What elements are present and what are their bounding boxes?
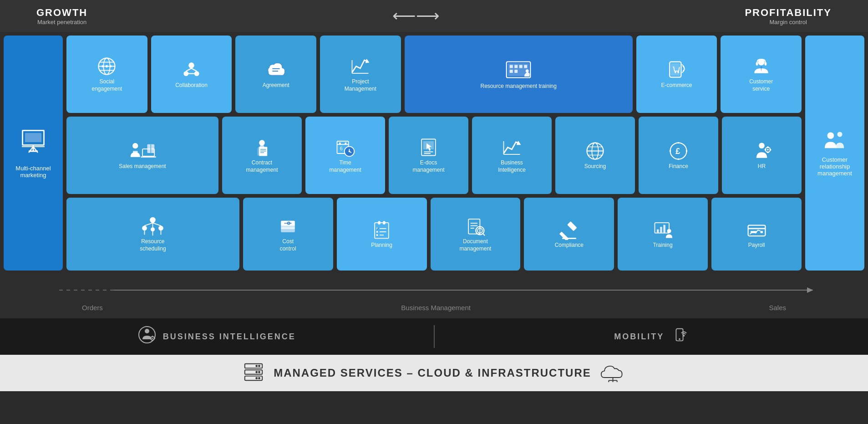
tile-e-docs-management[interactable]: E-docsmanagement	[389, 117, 468, 194]
multi-channel-marketing-panel[interactable]: Multi-channel marketing	[4, 36, 63, 271]
tile-social-engagement[interactable]: Socialengagement	[66, 36, 147, 113]
svg-point-80	[759, 143, 765, 148]
business-intelligence-icon	[502, 137, 522, 159]
sales-management-label: Sales management	[119, 163, 166, 170]
tile-payroll[interactable]: Payroll	[711, 198, 802, 271]
tile-project-management[interactable]: ProjectManagement	[320, 36, 401, 113]
time-management-icon: 6	[335, 137, 355, 159]
tile-sales-management[interactable]: Sales management	[66, 117, 218, 194]
crm-icon	[821, 129, 848, 156]
direction-arrow: ⟵⟶	[392, 6, 440, 26]
compliance-label: Compliance	[555, 242, 584, 249]
svg-rect-57	[345, 143, 347, 145]
svg-point-130	[827, 132, 834, 139]
resource-management-training-icon	[503, 58, 534, 83]
collaboration-label: Collaboration	[175, 82, 208, 89]
mobility-section: MOBILITY	[435, 327, 868, 346]
svg-point-16	[188, 62, 194, 68]
svg-rect-29	[514, 65, 518, 68]
multi-channel-label: Multi-channel marketing	[8, 165, 58, 179]
tile-finance[interactable]: £ Finance	[639, 117, 718, 194]
agreement-label: Agreement	[263, 82, 289, 89]
training-icon	[653, 220, 673, 242]
mobility-text: MOBILITY	[614, 332, 664, 342]
axis-orders-label: Orders	[82, 304, 103, 312]
svg-rect-137	[152, 340, 153, 341]
bottom-bar: BUSINESS INTELLIGENCE MOBILITY	[0, 318, 868, 355]
crm-label: Customer relationship management	[810, 156, 860, 177]
finance-label: Finance	[669, 163, 688, 170]
tile-time-management[interactable]: 6 Timemanagement	[305, 117, 385, 194]
svg-point-13	[106, 65, 108, 67]
svg-rect-40	[756, 62, 758, 65]
svg-point-141	[679, 338, 680, 340]
tile-customer-service[interactable]: Customerservice	[721, 36, 802, 113]
tile-collaboration[interactable]: Collaboration	[151, 36, 232, 113]
payroll-icon	[746, 220, 767, 242]
svg-point-95	[151, 227, 155, 231]
bi-text: BUSINESS INTELLIGENCE	[163, 332, 296, 342]
axis-business-management-label: Business Management	[401, 304, 471, 312]
svg-line-90	[145, 223, 153, 225]
svg-rect-124	[663, 225, 665, 232]
tile-compliance[interactable]: Compliance	[524, 198, 614, 271]
resource-management-training-label: Resource management training	[480, 83, 556, 90]
svg-point-77	[678, 158, 680, 160]
svg-rect-129	[760, 231, 762, 233]
svg-rect-83	[767, 146, 769, 148]
document-management-icon	[465, 216, 486, 238]
bi-icon	[138, 326, 156, 348]
tile-agreement[interactable]: Agreement	[235, 36, 316, 113]
e-commerce-icon	[666, 60, 687, 82]
bi-section: BUSINESS INTELLIGENCE	[0, 326, 434, 348]
sourcing-label: Sourcing	[584, 163, 606, 170]
growth-section: GROWTH Market penetration	[36, 7, 87, 26]
cloud-icon	[600, 362, 625, 384]
svg-rect-28	[510, 65, 513, 68]
svg-point-76	[678, 142, 680, 143]
svg-point-88	[142, 226, 147, 231]
tile-e-commerce[interactable]: E-commerce	[636, 36, 717, 113]
tile-planning[interactable]: Planning	[337, 198, 427, 271]
sourcing-icon	[585, 141, 605, 163]
hr-icon	[751, 141, 772, 163]
svg-point-48	[259, 140, 265, 146]
svg-point-87	[150, 217, 156, 223]
hr-label: HR	[758, 163, 766, 170]
tile-resource-scheduling[interactable]: Resourcescheduling	[66, 198, 239, 271]
tile-sourcing[interactable]: Sourcing	[555, 117, 635, 194]
footer-text: MANAGED SERVICES – CLOUD & INFRASTRUCTUR…	[274, 367, 591, 379]
svg-point-151	[256, 377, 258, 379]
social-engagement-label: Socialengagement	[91, 78, 122, 92]
tile-business-intelligence[interactable]: BusinessIntelligence	[472, 117, 552, 194]
tile-resource-management-training[interactable]: Resource management training	[405, 36, 633, 113]
collaboration-icon	[181, 60, 202, 82]
profitability-section: PROFITABILITY Margin control	[745, 7, 832, 26]
axis-labels: Orders Business Management Sales	[0, 301, 868, 316]
svg-line-117	[483, 234, 485, 236]
axis-sales-label: Sales	[769, 304, 786, 312]
svg-rect-32	[510, 70, 513, 73]
svg-rect-136	[152, 336, 153, 337]
compliance-icon	[559, 220, 579, 242]
svg-rect-56	[339, 143, 341, 145]
svg-point-79	[686, 150, 688, 152]
grid-row-3: Resourcescheduling Costcontrol	[66, 198, 802, 271]
svg-point-142	[683, 335, 685, 337]
crm-panel[interactable]: Customer relationship management	[805, 36, 864, 271]
tile-contract-management[interactable]: Contractmanagement	[222, 117, 302, 194]
tile-cost-control[interactable]: Costcontrol	[243, 198, 333, 271]
svg-point-42	[132, 143, 138, 148]
svg-rect-126	[748, 225, 765, 235]
finance-icon: £	[668, 141, 689, 163]
tile-document-management[interactable]: Documentmanagement	[431, 198, 521, 271]
tile-hr[interactable]: HR	[722, 117, 802, 194]
presentation-icon	[20, 128, 47, 160]
project-management-icon	[350, 56, 371, 78]
axis-area: Orders Business Management Sales	[0, 274, 868, 318]
svg-point-15	[110, 65, 112, 67]
planning-icon	[371, 220, 392, 242]
project-management-label: ProjectManagement	[345, 78, 376, 92]
profitability-sub: Margin control	[745, 19, 832, 26]
tile-training[interactable]: Training	[618, 198, 708, 271]
